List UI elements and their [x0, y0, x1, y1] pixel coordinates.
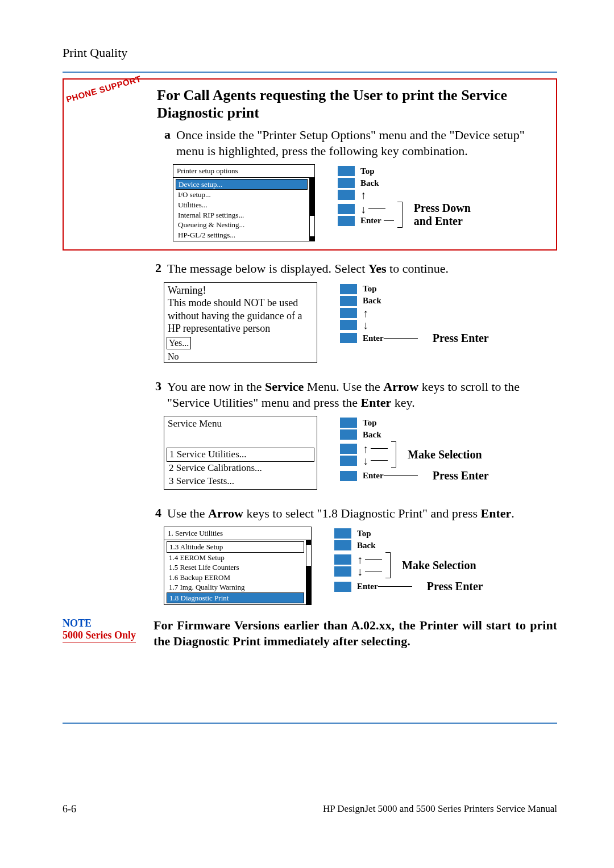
lcd-item: Internal RIP settings...: [176, 211, 246, 219]
note-body: For Firmware Versions earlier than A.02.…: [154, 617, 557, 649]
back-button[interactable]: [338, 178, 355, 188]
step-3-text: You are now in the Service Menu. Use the…: [167, 379, 557, 410]
lcd-item: 1.4 EEROM Setup: [167, 553, 227, 562]
lcd-item: I/O setup...: [176, 190, 213, 199]
down-button[interactable]: [340, 456, 357, 466]
note-label: NOTE: [63, 617, 154, 629]
enter-button[interactable]: [338, 216, 355, 226]
step-a-text: Once inside the "Printer Setup Options" …: [176, 127, 548, 158]
up-button[interactable]: [338, 190, 355, 200]
lcd-item: Device setup...: [176, 179, 308, 190]
press-enter-callout: Press Enter: [427, 580, 483, 593]
divider-top: [63, 72, 557, 73]
page-number: 6-6: [63, 803, 76, 815]
no-option: No: [168, 352, 179, 361]
top-button[interactable]: [340, 284, 357, 294]
phone-support-box: PHONE SUPPORT For Call Agents requesting…: [63, 78, 557, 251]
back-button[interactable]: [340, 296, 357, 306]
lcd-item: 1.5 Reset Life Counters: [167, 563, 241, 571]
box-title: For Call Agents requesting the User to p…: [157, 86, 548, 122]
press-down-enter-callout: Press Downand Enter: [414, 202, 471, 228]
step-2-text: The message below is displayed. Select Y…: [167, 261, 557, 277]
lcd-item: Utilities...: [176, 201, 210, 209]
button-legend: Top Back ↑ ↓ Enter Press Enter: [340, 282, 489, 347]
lcd-service-utilities: 1. Service Utilities 1.3 Altitude Setup …: [164, 527, 312, 605]
make-selection-callout: Make Selection: [408, 448, 482, 461]
up-button[interactable]: [340, 444, 357, 454]
step-4-text: Use the Arrow keys to select "1.8 Diagno…: [167, 506, 557, 521]
page: Print Quality PHONE SUPPORT For Call Age…: [0, 0, 614, 849]
press-enter-callout: Press Enter: [433, 469, 489, 482]
page-footer: 6-6 HP DesignJet 5000 and 5500 Series Pr…: [63, 803, 557, 815]
lcd-item: 2 Service Calibrations...: [167, 462, 264, 473]
lcd-item: 1.8 Diagnostic Print: [167, 592, 304, 604]
top-button[interactable]: [340, 418, 357, 428]
button-legend: Top Back ↑ ↓ Make Selection Enter Press …: [334, 527, 483, 595]
step-a-num: a: [157, 127, 176, 158]
button-legend: Top Back ↑ ↓ Enter Press Downand Enter: [338, 164, 471, 228]
lcd-item: 1 Service Utilities...: [167, 448, 314, 462]
enter-label: Enter: [360, 216, 381, 226]
back-label: Back: [360, 178, 379, 188]
note-block: NOTE 5000 Series Only For Firmware Versi…: [63, 617, 557, 649]
lcd-warning: Warning! This mode should NOT be used wi…: [164, 282, 317, 364]
button-legend: Top Back ↑ ↓ Make Selection Enter Press …: [340, 416, 489, 484]
phone-support-stamp: PHONE SUPPORT: [65, 74, 142, 105]
divider-bottom: [63, 723, 557, 724]
press-enter-callout: Press Enter: [433, 332, 489, 345]
down-button[interactable]: [338, 204, 355, 214]
up-button[interactable]: [334, 554, 351, 565]
enter-button[interactable]: [340, 333, 357, 343]
lcd-item: 1.3 Altitude Setup: [167, 541, 304, 553]
up-arrow-icon: ↑: [360, 190, 366, 200]
make-selection-callout: Make Selection: [402, 559, 476, 572]
note-series: 5000 Series Only: [63, 629, 136, 642]
top-button[interactable]: [334, 528, 351, 539]
lcd-service-menu: Service Menu 1 Service Utilities... 2 Se…: [164, 416, 317, 490]
back-button[interactable]: [334, 540, 351, 550]
lcd-title: Service Menu: [164, 416, 317, 446]
down-arrow-icon: ↓: [360, 204, 366, 214]
up-button[interactable]: [340, 308, 357, 318]
page-header: Print Quality: [63, 45, 557, 60]
footer-title: HP DesignJet 5000 and 5500 Series Printe…: [323, 803, 557, 815]
step-4-num: 4: [148, 506, 167, 521]
step-3-num: 3: [148, 379, 167, 410]
back-button[interactable]: [340, 429, 357, 440]
lcd-item: 1.7 Img. Quality Warning: [167, 583, 247, 591]
enter-button[interactable]: [340, 471, 357, 481]
yes-option: Yes...: [167, 337, 191, 349]
lcd-title: Printer setup options: [173, 165, 314, 178]
lcd-item: 3 Service Tests...: [167, 475, 237, 486]
lcd-item: Queueing & Nesting...: [176, 220, 247, 229]
top-button[interactable]: [338, 166, 355, 176]
lcd-item: 1.6 Backup EEROM: [167, 573, 233, 582]
lcd-title: 1. Service Utilities: [164, 527, 311, 540]
top-label: Top: [360, 166, 374, 176]
down-button[interactable]: [334, 566, 351, 577]
warning-text: Warning! This mode should NOT be used wi…: [164, 283, 317, 336]
lcd-printer-setup: Printer setup options Device setup... I/…: [173, 164, 315, 241]
step-2-num: 2: [148, 261, 167, 277]
lcd-item: HP-GL/2 settings...: [176, 231, 238, 239]
down-button[interactable]: [340, 320, 357, 330]
enter-button[interactable]: [334, 582, 351, 592]
